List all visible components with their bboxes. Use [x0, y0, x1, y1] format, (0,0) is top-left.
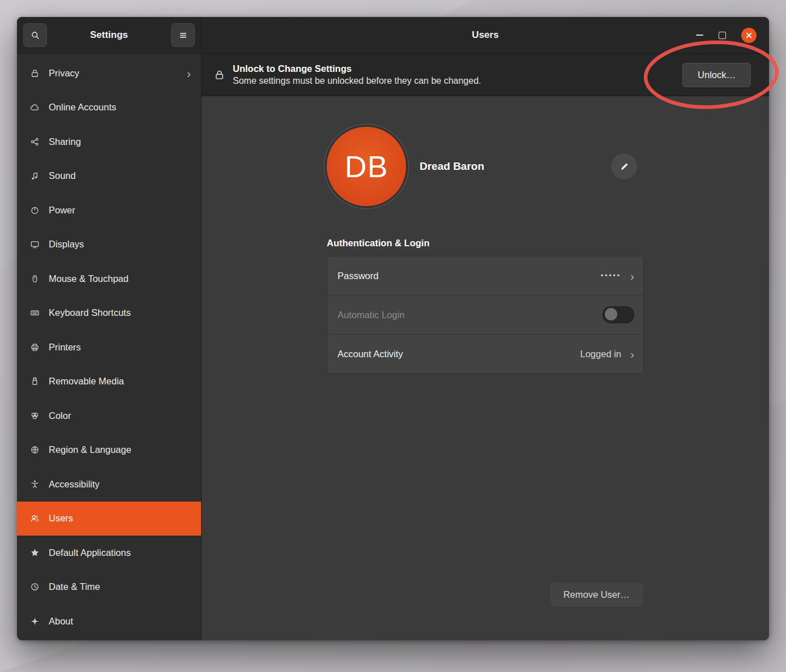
sidebar-item-power[interactable]: Power	[17, 193, 201, 228]
sidebar-item-displays[interactable]: Displays	[17, 228, 201, 262]
sidebar-item-accessibility[interactable]: Accessibility	[17, 467, 201, 502]
keyboard-icon	[29, 308, 40, 318]
desktop: Settings Privacy › Online Accounts	[0, 0, 786, 672]
titlebar: Users	[202, 17, 769, 54]
sidebar-item-label: Color	[49, 410, 71, 421]
sidebar-item-about[interactable]: About	[17, 604, 201, 639]
users-icon	[29, 513, 40, 524]
user-header: DB Dread Baron	[327, 127, 644, 206]
users-panel: DB Dread Baron Authentication & Login Pa…	[202, 96, 769, 640]
sidebar-item-region-language[interactable]: Region & Language	[17, 433, 201, 468]
music-note-icon	[29, 171, 40, 181]
avatar[interactable]: DB	[327, 127, 406, 206]
auth-section-title: Authentication & Login	[327, 238, 644, 249]
sidebar-item-label: Online Accounts	[49, 102, 116, 113]
minimize-button[interactable]	[696, 35, 703, 36]
globe-icon	[29, 445, 40, 455]
color-circles-icon	[29, 410, 40, 421]
password-value: •••••	[601, 272, 621, 280]
sidebar-item-label: Users	[49, 513, 73, 524]
star-icon	[29, 547, 40, 558]
sidebar: Settings Privacy › Online Accounts	[17, 17, 201, 640]
sidebar-item-label: Keyboard Shortcuts	[49, 307, 131, 318]
infobar-title: Unlock to Change Settings	[233, 63, 481, 74]
remove-user-button[interactable]: Remove User…	[549, 582, 644, 607]
sidebar-item-label: Accessibility	[49, 479, 100, 490]
sidebar-item-label: Power	[49, 205, 75, 216]
search-button[interactable]	[23, 23, 47, 47]
sidebar-item-keyboard-shortcuts[interactable]: Keyboard Shortcuts	[17, 296, 201, 331]
sidebar-item-sharing[interactable]: Sharing	[17, 125, 201, 159]
usb-drive-icon	[29, 376, 40, 387]
automatic-login-label: Automatic Login	[338, 310, 404, 320]
sidebar-item-label: Printers	[49, 342, 81, 353]
hamburger-menu-icon	[178, 31, 188, 40]
sidebar-nav: Privacy › Online Accounts Sharing Sound	[17, 54, 201, 640]
sidebar-item-label: Privacy	[49, 68, 79, 79]
sidebar-item-privacy[interactable]: Privacy ›	[17, 56, 201, 91]
accessibility-icon	[29, 479, 40, 489]
unlock-infobar: Unlock to Change Settings Some settings …	[202, 54, 769, 96]
account-activity-value: Logged in	[580, 349, 622, 359]
pencil-icon	[620, 162, 629, 172]
menu-button[interactable]	[171, 23, 195, 47]
sidebar-item-users[interactable]: Users	[17, 502, 201, 536]
sidebar-title: Settings	[52, 29, 166, 41]
maximize-button[interactable]	[719, 32, 726, 39]
sidebar-item-removable-media[interactable]: Removable Media	[17, 365, 201, 399]
auth-settings-group: Password ••••• › Automatic Login Account…	[327, 256, 644, 374]
infobar-subtitle: Some settings must be unlocked before th…	[233, 76, 481, 86]
mouse-icon	[29, 273, 40, 284]
sidebar-item-mouse-touchpad[interactable]: Mouse & Touchpad	[17, 262, 201, 296]
unlock-button[interactable]: Unlock…	[682, 63, 751, 87]
printer-icon	[29, 342, 40, 352]
infobar-text: Unlock to Change Settings Some settings …	[233, 63, 481, 86]
sidebar-item-label: Region & Language	[49, 444, 131, 455]
search-icon	[31, 31, 40, 40]
sidebar-item-printers[interactable]: Printers	[17, 330, 201, 365]
chevron-right-icon: ›	[630, 348, 634, 360]
share-icon	[29, 136, 40, 147]
sidebar-header: Settings	[17, 17, 201, 54]
sidebar-item-label: Mouse & Touchpad	[49, 273, 129, 284]
sidebar-item-date-time[interactable]: Date & Time	[17, 570, 201, 605]
sidebar-item-default-applications[interactable]: Default Applications	[17, 536, 201, 570]
automatic-login-row: Automatic Login	[327, 295, 643, 334]
clock-icon	[29, 582, 40, 592]
maximize-icon	[719, 32, 726, 39]
sidebar-item-label: Date & Time	[49, 581, 100, 592]
sidebar-item-label: Sound	[49, 170, 76, 181]
account-activity-row[interactable]: Account Activity Logged in ›	[327, 334, 643, 373]
close-icon	[746, 32, 752, 38]
user-name: Dread Baron	[420, 160, 484, 173]
password-row[interactable]: Password ••••• ›	[327, 256, 643, 295]
sidebar-item-label: Sharing	[49, 136, 81, 147]
chevron-right-icon: ›	[630, 270, 634, 282]
toggle-knob	[605, 308, 617, 320]
sparkle-icon	[29, 616, 40, 626]
sidebar-item-label: Default Applications	[49, 547, 131, 558]
power-icon	[29, 205, 40, 215]
page-title: Users	[202, 29, 769, 41]
avatar-initials: DB	[344, 149, 388, 184]
close-button[interactable]	[741, 28, 757, 43]
display-icon	[29, 239, 40, 250]
cloud-icon	[29, 102, 40, 113]
edit-name-button[interactable]	[611, 153, 637, 179]
minimize-icon	[696, 35, 703, 36]
lock-icon	[214, 70, 225, 80]
remove-user-row: Remove User…	[327, 582, 644, 607]
main-pane: Users Unlock to Change Settings Some set…	[201, 17, 769, 640]
settings-window: Settings Privacy › Online Accounts	[17, 17, 769, 640]
sidebar-item-label: Displays	[49, 239, 84, 250]
sidebar-item-color[interactable]: Color	[17, 399, 201, 433]
lock-icon	[29, 68, 40, 78]
sidebar-item-sound[interactable]: Sound	[17, 159, 201, 194]
automatic-login-toggle[interactable]	[603, 306, 634, 323]
sidebar-item-label: About	[49, 616, 73, 627]
window-controls	[696, 28, 769, 43]
password-label: Password	[338, 271, 378, 281]
account-activity-label: Account Activity	[338, 349, 403, 359]
sidebar-item-label: Removable Media	[49, 376, 124, 387]
sidebar-item-online-accounts[interactable]: Online Accounts	[17, 91, 201, 125]
